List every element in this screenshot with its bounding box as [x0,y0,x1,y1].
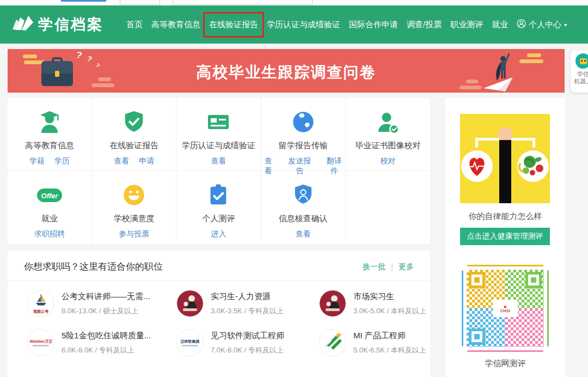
job-item-2[interactable]: 实习生-人力资源 3.0K-3.5K / 专科及以上 [176,290,319,317]
job-meta: 5.0K-6.5K / 本科及以上 [353,345,426,355]
site-logo[interactable]: 学信档案 [11,5,103,44]
divider: | [391,263,393,271]
svg-text:Offer: Offer [41,192,59,200]
job-meta: 3.0K-3.5K / 专科及以上 [211,306,284,316]
job-meta: 7.0K-8.0K / 专科及以上 [211,345,284,355]
health-caption: 你的自律能力怎么样 [445,211,565,222]
link-proofread[interactable]: 校对 [380,156,395,166]
link-view-verification[interactable]: 查看 [211,156,226,166]
nav-item-home[interactable]: 首页 [126,17,143,32]
nav-item-survey-vote[interactable]: 调查/投票 [407,17,442,32]
link-enter-assessment[interactable]: 进入 [211,229,226,239]
service-school-satisfaction: 学校满意度 参与投票 [92,171,176,244]
robot-avatar-icon [575,53,588,69]
jobs-panel: 你想求职吗？这里有适合你的职位 换一批 | 更多 笔航公考 公考文科讲师——无需… [8,251,430,377]
job-item-4[interactable]: Wanbao万宝 5险1金包吃住诚聘质量... 6.0K-8.0K / 专科及以… [27,329,176,356]
job-title: 实习生-人力资源 [211,291,284,302]
cloud-decoration [90,77,114,87]
browser-active-tab-indicator [61,0,106,2]
link-job-recruit[interactable]: 求职招聘 [34,229,65,239]
job-title: 5险1金包吃住诚聘质量... [62,331,151,341]
job-meta: 3.0K-5.0K / 本科及以上 [353,306,426,316]
service-name: 在线验证报告 [92,141,176,151]
company-logo-red-cat [319,290,346,317]
company-logo-wanbao: Wanbao万宝 [27,329,54,356]
company-logo-bihang: 笔航公考 [27,290,54,317]
refresh-jobs-link[interactable]: 换一批 [363,262,385,272]
link-apply-report[interactable]: 申请 [139,156,154,166]
job-title: MI 产品工程师 [353,331,426,341]
logo-text: 学信档案 [38,15,103,34]
link-view-confirm[interactable]: 查看 [296,229,311,239]
job-meta: 6.0K-8.0K / 专科及以上 [62,345,151,355]
health-assessment-button[interactable]: 点击进入健康管理测评 [460,228,550,245]
assessment-qr-code: ▲ CHSI [462,265,549,352]
jobs-title: 你想求职吗？这里有适合你的职位 [24,260,163,273]
shield-person-icon [261,181,345,209]
link-view-report[interactable]: 查看 [114,156,129,166]
health-test-illustration[interactable] [460,114,550,203]
id-card-icon [176,108,260,136]
survey-banner[interactable]: 高校毕业生跟踪调查问卷 ? ? ? [8,49,565,93]
browser-address-fragment [173,0,313,5]
link-xueji[interactable]: 学籍 [29,156,45,166]
qr-caption: 学信网测评 [445,358,565,369]
service-name: 留学报告传输 [261,141,345,151]
service-overseas-report-transfer: 留学报告传输 查看 发送报告 翻译件 [261,98,346,171]
jobs-grid: 笔航公考 公考文科讲师——无需... 8.0K-13.0K / 硕士及以上 [8,281,430,356]
question-mark-decoration: ? [75,50,83,62]
service-higher-education-info: 高等教育信息 学籍 学历 [8,98,92,171]
link-vote[interactable]: 参与投票 [119,229,149,239]
nav-item-degree-grade-verification[interactable]: 学历认证与成绩验证 [267,17,340,32]
briefcase-icon [41,61,73,86]
job-title: 公考文科讲师——无需... [62,291,150,302]
service-degree-grade-verification: 学历认证与成绩验证 查看 [176,98,261,171]
jobs-header: 你想求职吗？这里有适合你的职位 换一批 | 更多 [8,251,430,281]
main-navbar: 学信档案 首页 高等教育信息 在线验证报告 学历认证与成绩验证 国际合作申请 调… [0,5,588,44]
service-personal-assessment: 个人测评 进入 [176,171,261,244]
person-check-icon [346,108,430,136]
service-name: 学历认证与成绩验证 [176,141,260,151]
clipboard-check-icon [176,181,260,209]
nav-item-international-application[interactable]: 国际合作申请 [349,17,398,32]
service-name: 学校满意度 [92,214,176,224]
user-center-label: 个人中心 [529,20,561,30]
service-employment: Offer 就业 求职招聘 [8,171,92,244]
service-name: 就业 [8,214,91,224]
company-logo-red-cat [176,290,204,317]
job-item-1[interactable]: 笔航公考 公考文科讲师——无需... 8.0K-13.0K / 硕士及以上 [27,290,176,317]
service-name: 毕业证书图像校对 [346,141,430,151]
service-name: 信息核查确认 [261,214,345,224]
globe-icon [261,108,345,136]
chsi-robot-widget[interactable]: 学信 机器人 [571,50,588,93]
nav-item-higher-education-info[interactable]: 高等教育信息 [151,17,200,32]
chsi-logo-badge: ▲ CHSI [493,300,518,317]
logo-pages-icon [11,15,34,34]
link-xueli[interactable]: 学历 [54,156,70,166]
more-jobs-link[interactable]: 更多 [399,262,414,272]
service-name: 个人测评 [176,214,260,224]
service-empty-cell [346,171,430,244]
user-center-menu[interactable]: 个人中心 ▾ [517,19,567,30]
service-online-verification-report: 在线验证报告 查看 申请 [92,98,176,171]
shield-check-icon [92,108,176,136]
nav-item-online-verification-report[interactable]: 在线验证报告 [209,17,258,32]
job-title: 见习软件测试工程师 [211,331,284,341]
job-item-6[interactable]: MI 产品工程师 5.0K-6.5K / 本科及以上 [319,329,430,356]
graduate-icon [8,108,91,136]
service-info-check-confirm: 信息核查确认 查看 [261,171,346,244]
service-diploma-image-check: 毕业证书图像校对 校对 [346,98,430,171]
robot-label-line1: 学信 [571,71,588,78]
job-item-5[interactable]: 汉科软集团 见习软件测试工程师 7.0K-8.0K / 专科及以上 [176,329,319,356]
nav-item-employment[interactable]: 就业 [492,17,508,32]
smiley-icon [92,181,176,209]
offer-badge-icon: Offer [8,181,91,209]
job-item-3[interactable]: 市场实习生 3.0K-5.0K / 本科及以上 [319,290,430,317]
robot-label-line2: 机器人 [571,78,588,85]
job-title: 市场实习生 [353,291,426,302]
chsi-bird-icon: ▲ [503,304,508,309]
nav-item-career-assessment[interactable]: 职业测评 [450,17,483,32]
company-logo-mi-circuit [319,329,346,356]
services-panel: 高等教育信息 学籍 学历 在线验证报告 查看 申请 学历认证与成绩验 [8,98,430,244]
browser-control-fragment [120,0,160,5]
